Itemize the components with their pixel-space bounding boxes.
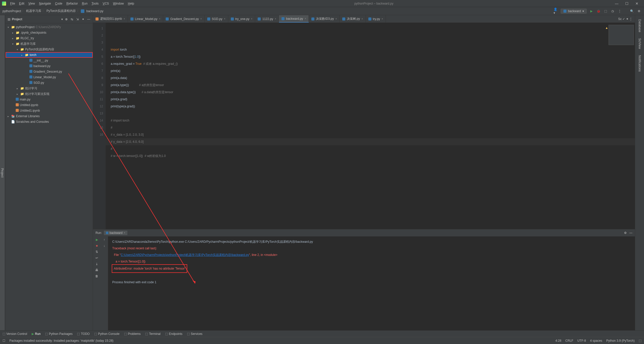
dropdown-icon[interactable]: ▾ [61,17,63,21]
code-line[interactable]: print(a.grad) [106,96,635,103]
bottom-tab-todo[interactable]: ⬚TODO [77,332,89,336]
debug-button[interactable]: 🐞 [596,9,601,14]
menu-edit[interactable]: Edit [17,2,26,5]
editor-tab[interactable]: Linear_Model.py× [128,15,163,23]
bottom-tab-version-control[interactable]: ⬚Version Control [3,332,27,336]
bottom-tab-terminal[interactable]: ⬚Terminal [145,332,160,336]
tree-item[interactable]: ▸📚External Libraries [6,113,93,119]
menu-refactor[interactable]: Refactor [64,2,80,5]
print-button[interactable]: 🖶 [95,268,98,272]
chevron-icon[interactable]: ▸ [17,87,19,90]
expand-all-button[interactable]: ⇆ [70,17,74,21]
bottom-tab-services[interactable]: ⬚Services [187,332,202,336]
chevron-icon[interactable]: ▸ [21,54,24,56]
menu-window[interactable]: Window [111,2,126,5]
database-tool-tab[interactable]: Database [637,17,642,34]
menu-run[interactable]: Run [80,2,89,5]
settings-icon[interactable]: ⚙ [624,231,627,235]
code-content[interactable]: ▲2 ✔1 ˄ ˅ import torcha = torch.Tensor([… [106,23,635,229]
minimize-button[interactable]: — [612,2,622,6]
editor-tab[interactable]: 决策树.py× [340,15,366,23]
soft-wrap-button[interactable]: ↩ [96,256,98,260]
maximize-button[interactable]: ☐ [622,2,632,6]
code-line[interactable]: import torch [106,46,635,53]
tree-item[interactable]: main.py [6,97,93,102]
code-line[interactable]: # [106,124,635,131]
editor-tab[interactable]: try.py× [366,15,386,23]
menu-file[interactable]: File [8,2,17,5]
stop-button[interactable]: ■ [96,244,98,248]
editor-tab[interactable]: 逻辑回归1.ipynb× [93,15,128,23]
tree-item[interactable]: ▸📁.ipynb_checkpoints [6,30,93,35]
status-item[interactable]: CRLF [565,339,573,342]
code-line[interactable]: a.requires_grad = True # 或者 a.requires_g… [106,60,635,67]
tree-item[interactable]: __init__.py [6,58,93,63]
menu-help[interactable]: Help [126,2,136,5]
tree-item[interactable]: Linear_Model.py [6,74,93,80]
chevron-icon[interactable]: ▸ [12,31,15,34]
menu-tools[interactable]: Tools [89,2,101,5]
code-line[interactable]: print(a) [106,67,635,74]
code-line[interactable]: # w = torch.tensor([1.0]) # w的初值为1.0 [106,152,635,159]
hide-button[interactable]: — [87,17,91,21]
run-tab[interactable]: backward × [104,231,127,235]
status-item[interactable]: UTF-8 [577,339,586,342]
tree-item[interactable]: Untitled1.ipynb [6,108,93,113]
close-tab-icon[interactable]: × [159,17,160,20]
editor-tab[interactable]: backward.py× [279,15,309,23]
bottom-tab-python-packages[interactable]: ⬚Python Packages [45,332,72,336]
layout-button[interactable]: ⇅ [96,250,98,254]
coverage-button[interactable]: ⬚ [603,9,608,14]
code-line[interactable]: # import torch [106,117,635,124]
close-tab-icon[interactable]: × [362,17,363,20]
chevron-icon[interactable]: ▸ [12,37,15,40]
notifications-tool-tab[interactable]: Notifications [637,53,642,74]
chevron-icon[interactable]: ▾ [12,43,15,45]
bottom-tab-python-console[interactable]: ⬚Python Console [94,332,120,336]
chevron-icon[interactable]: ▸ [17,93,19,95]
project-tree[interactable]: ▾📁pythonProject C:\Users\ZARD\Py▸📁.ipynb… [6,23,93,330]
close-tab-icon[interactable]: × [200,17,202,20]
close-tab-icon[interactable]: × [335,17,337,20]
close-tab-icon[interactable]: × [305,17,306,20]
settings-icon[interactable]: ✦ [81,17,85,21]
tabs-overflow[interactable]: Sc ✓ ✦ ⋮ [616,15,635,23]
user-icon[interactable]: 👤▾ [554,9,559,14]
chevron-icon[interactable]: ▾ [8,26,10,29]
run-button[interactable]: ▶ [589,9,594,14]
editor-tab[interactable]: 1122.py× [255,15,279,23]
tree-item[interactable]: Untitled.ipynb [6,102,93,108]
menu-code[interactable]: Code [53,2,64,5]
menu-navigate[interactable]: Navigate [37,2,53,5]
bottom-tab-problems[interactable]: ⬚Problems [124,332,141,336]
close-tab-icon[interactable]: × [382,17,383,20]
code-line[interactable]: print(a.type()) # a的类型是tensor [106,82,635,89]
up-button[interactable]: ↑ [104,238,105,241]
bottom-tab-endpoints[interactable]: ⬚Endpoints [165,332,182,336]
search-button[interactable]: 🔍 [629,9,634,14]
code-line[interactable]: a = torch.Tensor([1.0]) [106,53,635,60]
project-tool-tab[interactable]: Project [0,15,5,330]
status-item[interactable]: Python 3.9 (PyTorch) [606,339,635,342]
editor-tab[interactable]: Gradient_Descent.py× [163,15,205,23]
status-item[interactable]: 4 spaces [590,339,602,342]
breadcrumb-item[interactable]: PyTorch实战课程内容 [46,9,75,13]
code-line[interactable]: # y_data = [2.0, 4.0, 6.0] [106,138,635,145]
breadcrumb[interactable]: pythonProject〉机器学习库〉PyTorch实战课程内容〉backwa… [3,9,554,13]
close-tab-icon[interactable]: × [224,17,225,20]
tree-item[interactable]: ▸📁统计学习 [6,86,93,91]
tree-item[interactable]: ▸📁RLGC_try [6,35,93,41]
profile-button[interactable]: ◷ [610,9,615,14]
code-editor[interactable]: 12345678910111213141516 ▲2 ✔1 ˄ ˅ import… [93,23,635,229]
collapse-all-button[interactable]: ⇲ [75,17,80,21]
menu-vcs[interactable]: VCS [101,2,111,5]
code-line[interactable]: # x_data = [1.0, 2.0, 3.0] [106,131,635,138]
code-line[interactable]: # [106,145,635,152]
breadcrumb-item[interactable]: 机器学习库 [26,9,41,13]
select-opened-file-button[interactable]: ⊕ [64,17,68,21]
editor-tab[interactable]: SGD.py× [205,15,228,23]
bottom-tab-run[interactable]: ▶Run [32,332,41,336]
tree-item[interactable]: backward.py [6,63,93,69]
scroll-button[interactable]: ⤓ [96,262,98,266]
breadcrumb-item[interactable]: pythonProject [3,9,21,13]
